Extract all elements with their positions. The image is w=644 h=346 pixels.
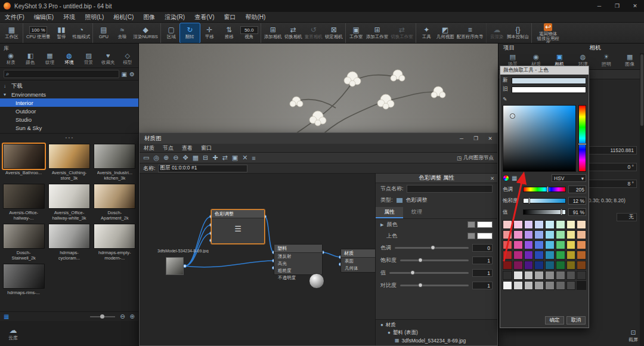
node-graph-canvas[interactable]: 3dfsModel-534234-8-69.jpg 色彩调整 ☰ 塑料 漫反射高… (140, 174, 375, 345)
palette-swatch[interactable] (534, 281, 544, 290)
tumble-button[interactable]: ↻ 翻转 (180, 23, 200, 43)
hue-strip-marker[interactable] (578, 143, 587, 145)
palette-swatch[interactable] (534, 251, 544, 260)
color-swatch[interactable] (477, 221, 493, 228)
environment-thumbnail-image[interactable] (94, 144, 135, 169)
matgraph-menu-window[interactable]: 窗口 (197, 144, 216, 152)
menu-view[interactable]: 查看(V) (190, 12, 219, 22)
palette-swatch[interactable] (556, 271, 565, 280)
picker-slider-track[interactable] (523, 209, 566, 215)
tree-item-environments[interactable]: ▾ Environments (0, 90, 138, 98)
palette-swatch[interactable] (556, 220, 565, 229)
scrollbar-thumb[interactable] (640, 54, 643, 126)
property-slider-track[interactable] (400, 260, 469, 261)
material-graph-tool-icon[interactable]: ✕ (242, 154, 247, 162)
palette-swatch[interactable] (577, 251, 586, 260)
matgraph-menu-node[interactable]: 节点 (159, 144, 178, 152)
tree-item-outdoor[interactable]: Outdoor (0, 107, 138, 115)
eyedropper-icon[interactable]: ✎ (503, 96, 507, 102)
palette-swatch[interactable] (534, 230, 544, 239)
properties-tab[interactable]: 属性 (376, 207, 403, 218)
material-graph-tool-icon[interactable]: ⊖ (173, 154, 178, 162)
tree-item-downloads[interactable]: ↓ 下载 (0, 82, 138, 90)
palette-swatch[interactable] (545, 251, 555, 260)
material-graph-tool-icon[interactable]: ✚ (212, 154, 218, 162)
color-field-marker[interactable] (510, 113, 515, 119)
library-tab-textures[interactable]: ▦ 纹理 (40, 52, 60, 66)
material-graph-tool-icon[interactable]: ⇄ (222, 154, 228, 162)
palette-swatch[interactable] (556, 261, 565, 270)
project-tab-lighting[interactable]: ☀ 照明 (595, 53, 618, 67)
node-plastic[interactable]: 塑料 漫反射高光粗糙度不透明度 (274, 244, 323, 275)
palette-swatch[interactable] (566, 251, 576, 260)
palette-swatch[interactable] (503, 230, 512, 239)
ok-button[interactable]: 确定 (545, 316, 564, 325)
tint-texture-button[interactable] (467, 233, 475, 239)
thumbnail-size-slider[interactable] (90, 316, 115, 317)
matgraph-menu-view[interactable]: 查看 (178, 144, 197, 152)
denoise-button[interactable]: ≈ 去噪 (112, 23, 132, 43)
palette-swatch[interactable] (513, 240, 523, 249)
lock-camera-button[interactable]: ⊠ 锁定相机 (324, 23, 344, 43)
library-tab-environments[interactable]: ◍ 环境 (60, 52, 79, 66)
picker-slider-handle[interactable] (547, 186, 549, 193)
add-folder-icon[interactable]: ▣ (122, 71, 127, 78)
environment-thumbnail-image[interactable] (48, 144, 90, 169)
palette-swatch[interactable] (524, 281, 534, 290)
minimize-button[interactable]: ─ (590, 0, 608, 12)
geometry-node-button[interactable]: ◳ 几何图形节点 (457, 155, 494, 162)
expander-icon[interactable]: ▶ (380, 223, 383, 227)
color-wheel-icon[interactable] (503, 175, 509, 181)
material-graph-titlebar[interactable]: 材质图 ─ ❐ ✕ (140, 133, 497, 144)
palette-swatch[interactable] (503, 240, 512, 249)
palette-swatch[interactable] (524, 220, 534, 229)
palette-swatch[interactable] (503, 281, 512, 290)
zoom-out-icon[interactable]: ⊖ (120, 313, 125, 320)
palette-swatch[interactable] (577, 261, 586, 270)
screenshot-button[interactable]: ⊡ 截屏 (628, 329, 638, 343)
property-slider-value[interactable]: 1 (472, 257, 493, 264)
studios-button[interactable]: ▣ 工作室 (345, 23, 365, 43)
panel-divider-dots[interactable]: • • • (0, 134, 138, 141)
palette-swatch[interactable] (545, 230, 555, 239)
palette-swatch[interactable] (503, 271, 512, 280)
picker-slider-track[interactable] (523, 198, 566, 203)
camera-property-value[interactable]: 0 ° (584, 163, 637, 171)
region-button[interactable]: ▢ 区域 (160, 23, 180, 43)
node-title[interactable]: 色彩调整 (212, 210, 264, 218)
configurator-wizard-button[interactable]: ≡ 配置程序向导 (456, 23, 485, 43)
property-slider-handle[interactable] (410, 270, 415, 275)
color-texture-button[interactable] (467, 221, 475, 228)
material-graph-tool-icon[interactable]: ≡ (252, 155, 255, 162)
cpu-usage-control[interactable]: 100 % CPU 使用量 (23, 23, 51, 43)
palette-swatch[interactable] (577, 271, 586, 280)
environment-thumbnail-image[interactable] (3, 184, 45, 209)
library-tab-colors[interactable]: ◧ 颜色 (21, 52, 41, 66)
palette-swatch[interactable] (545, 271, 555, 280)
palette-swatch[interactable] (534, 240, 544, 249)
environment-thumbnail[interactable]: hdrmaps- cycloram... (47, 224, 91, 261)
node-name-input[interactable] (407, 185, 493, 193)
palette-swatch[interactable] (534, 220, 544, 229)
library-tab-favorites[interactable]: ♥ 收藏夹 (98, 52, 118, 66)
menu-environment[interactable]: 环境 (58, 12, 80, 22)
picker-slider-value[interactable]: 91 % (568, 208, 586, 216)
scripting-console-button[interactable]: {} 脚本控制台 (506, 23, 531, 43)
search-input[interactable]: ⌕ (4, 70, 119, 78)
palette-swatch[interactable] (545, 240, 555, 249)
pan-button[interactable]: ✛ 平移 (200, 23, 219, 43)
palette-swatch[interactable] (577, 281, 586, 290)
menu-camera[interactable]: 相机(C) (109, 12, 138, 22)
environment-thumbnail[interactable]: Aversis_Bathroo... (2, 144, 45, 181)
environment-thumbnail[interactable]: hdrmaps-rims-... (2, 264, 45, 295)
project-tab-image[interactable]: ▦ 图像 (618, 53, 642, 67)
camera-property-value[interactable]: 无 (617, 213, 637, 221)
palette-swatch[interactable] (545, 261, 555, 270)
hue-strip[interactable] (578, 105, 586, 172)
palette-swatch[interactable] (524, 271, 534, 280)
reset-camera-button[interactable]: ↺ 重置相机 (304, 23, 324, 43)
menu-window[interactable]: 窗口 (219, 12, 240, 22)
palette-swatch[interactable] (513, 220, 523, 229)
properties-tab[interactable]: 纹理 (403, 207, 431, 218)
saturation-value-field[interactable] (503, 105, 576, 172)
